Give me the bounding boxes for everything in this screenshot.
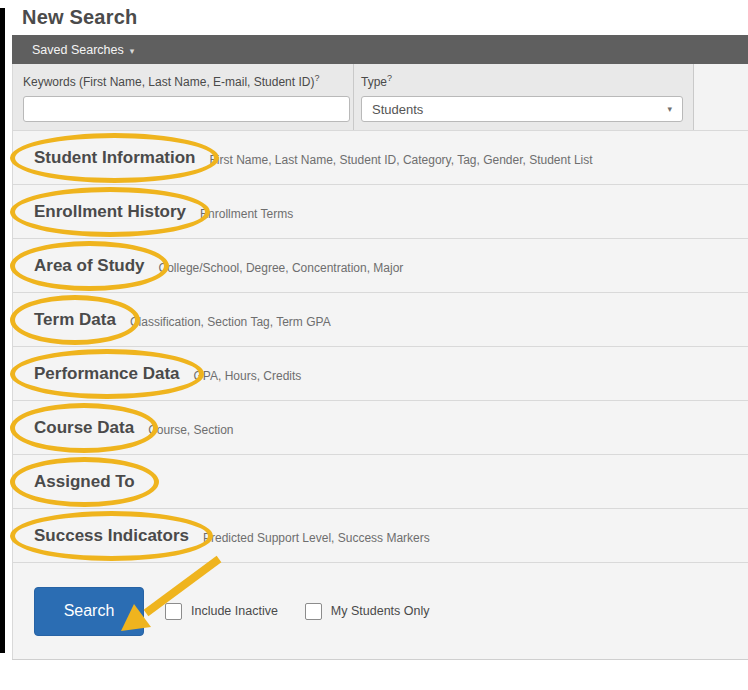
- search-button[interactable]: Search: [34, 587, 144, 636]
- section-area-of-study[interactable]: Area of Study College/School, Degree, Co…: [12, 238, 748, 292]
- filter-row: Keywords (First Name, Last Name, E-mail,…: [12, 64, 748, 130]
- section-enrollment-history[interactable]: Enrollment History Enrollment Terms: [12, 184, 748, 238]
- type-label: Type?: [361, 73, 693, 89]
- keywords-help-icon[interactable]: ?: [314, 73, 319, 83]
- my-students-only-checkbox[interactable]: [305, 603, 322, 620]
- section-performance-data[interactable]: Performance Data GPA, Hours, Credits: [12, 346, 748, 400]
- section-title: Assigned To: [34, 472, 135, 492]
- keywords-column: Keywords (First Name, Last Name, E-mail,…: [13, 64, 354, 130]
- section-fields: First Name, Last Name, Student ID, Categ…: [209, 148, 592, 167]
- keywords-label-text: Keywords (First Name, Last Name, E-mail,…: [23, 75, 314, 89]
- saved-searches-button[interactable]: Saved Searches ▾: [12, 42, 140, 58]
- type-column: Type? Students ▾: [354, 64, 694, 130]
- section-title: Success Indicators: [34, 526, 189, 546]
- section-fields: GPA, Hours, Credits: [194, 364, 302, 383]
- keywords-label: Keywords (First Name, Last Name, E-mail,…: [23, 73, 353, 89]
- section-fields: Enrollment Terms: [200, 202, 293, 221]
- saved-searches-label: Saved Searches: [32, 43, 124, 57]
- my-students-only-label: My Students Only: [331, 604, 430, 618]
- my-students-only-option: My Students Only: [305, 603, 430, 620]
- section-title: Performance Data: [34, 364, 180, 384]
- section-title: Enrollment History: [34, 202, 186, 222]
- section-success-indicators[interactable]: Success Indicators Predicted Support Lev…: [12, 508, 748, 562]
- type-select[interactable]: Students ▾: [361, 96, 683, 122]
- section-fields: Classification, Section Tag, Term GPA: [130, 310, 331, 329]
- saved-searches-bar: Saved Searches ▾: [12, 35, 748, 64]
- section-fields: Predicted Support Level, Success Markers: [203, 526, 430, 545]
- search-panel: Saved Searches ▾ Keywords (First Name, L…: [12, 35, 748, 660]
- include-inactive-label: Include Inactive: [191, 604, 278, 618]
- type-help-icon[interactable]: ?: [387, 73, 392, 83]
- section-student-information[interactable]: Student Information First Name, Last Nam…: [12, 130, 748, 184]
- section-fields: Course, Section: [148, 418, 233, 437]
- section-title: Area of Study: [34, 256, 145, 276]
- type-select-value: Students: [372, 102, 423, 117]
- type-label-text: Type: [361, 75, 387, 89]
- chevron-down-icon: ▾: [130, 44, 135, 56]
- page-title: New Search: [22, 6, 137, 29]
- section-title: Course Data: [34, 418, 134, 438]
- section-title: Term Data: [34, 310, 116, 330]
- section-title: Student Information: [34, 148, 195, 168]
- section-term-data[interactable]: Term Data Classification, Section Tag, T…: [12, 292, 748, 346]
- keywords-input[interactable]: [23, 96, 350, 122]
- footer-actions: Search Include Inactive My Students Only: [12, 562, 748, 659]
- section-fields: College/School, Degree, Concentration, M…: [159, 256, 404, 275]
- left-edge-strip: [0, 8, 5, 653]
- filter-spacer: [694, 64, 748, 130]
- include-inactive-option: Include Inactive: [165, 603, 278, 620]
- include-inactive-checkbox[interactable]: [165, 603, 182, 620]
- select-caret-icon: ▾: [667, 104, 672, 114]
- section-course-data[interactable]: Course Data Course, Section: [12, 400, 748, 454]
- section-assigned-to[interactable]: Assigned To: [12, 454, 748, 508]
